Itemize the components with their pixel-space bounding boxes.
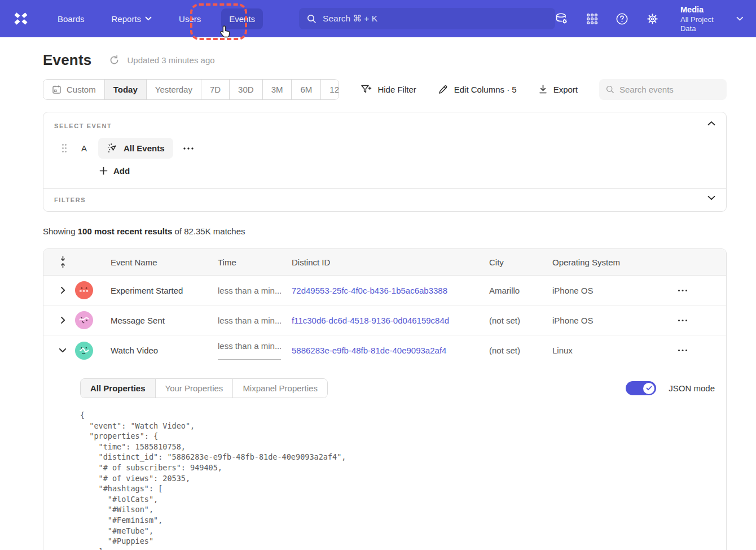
edit-columns-button[interactable]: Edit Columns · 5 (438, 84, 517, 95)
search-events-input[interactable] (619, 85, 720, 94)
export-label: Export (553, 85, 578, 94)
search-icon (307, 14, 317, 24)
event-clause-row: A All Events (54, 138, 715, 159)
chevron-up-icon (707, 121, 715, 126)
time-cell: less than a min... (207, 341, 281, 360)
search-events-field[interactable] (599, 79, 727, 100)
chevron-down-icon (707, 195, 715, 200)
os-cell: iPhone OS (542, 286, 650, 295)
hide-filter-button[interactable]: Hide Filter (361, 84, 416, 95)
date-range-today[interactable]: Today (105, 80, 147, 99)
distinct-id-link[interactable]: f11c30d6-dc6d-4518-9136-0d046159c84d (281, 316, 478, 325)
apps-grid-icon[interactable] (586, 12, 599, 25)
filters-label: FILTERS (54, 197, 715, 203)
results-summary-count: 100 most recent results (78, 226, 173, 236)
column-header-distinct-id[interactable]: Distinct ID (281, 257, 478, 267)
mixpanel-logo-icon[interactable] (11, 10, 30, 27)
download-icon (538, 84, 548, 95)
sparkle-cursor-icon (107, 143, 118, 154)
date-range-custom-label: Custom (67, 85, 96, 94)
select-event-label: SELECT EVENT (54, 123, 715, 129)
city-cell: (not set) (478, 346, 542, 355)
nav-item-reports[interactable]: Reports (105, 9, 159, 29)
column-header-os[interactable]: Operating System (542, 257, 650, 267)
sort-button[interactable] (59, 255, 68, 269)
os-cell: Linux (542, 346, 650, 355)
chevron-right-icon (60, 286, 65, 294)
project-scope: All Project Data (680, 15, 729, 33)
json-mode-label: JSON mode (669, 383, 715, 393)
tab-mixpanel-properties[interactable]: Mixpanel Properties (233, 379, 327, 398)
project-selector[interactable]: Media All Project Data (680, 5, 744, 33)
event-name-cell: Message Sent (100, 316, 207, 325)
time-cell: less than a min... (207, 286, 281, 295)
event-more-options-button[interactable] (183, 147, 194, 150)
pencil-icon (438, 84, 449, 95)
refresh-button[interactable] (109, 55, 120, 66)
event-avatar (75, 342, 93, 360)
event-details-panel: All Properties Your Properties Mixpanel … (43, 365, 726, 550)
row-more-options-button[interactable] (678, 349, 699, 352)
row-more-options-button[interactable] (678, 319, 699, 322)
expand-filters-button[interactable] (707, 195, 715, 200)
export-button[interactable]: Export (538, 84, 578, 95)
properties-tabs: All Properties Your Properties Mixpanel … (80, 378, 328, 398)
nav-item-reports-label: Reports (112, 14, 142, 24)
nav-item-users[interactable]: Users (172, 9, 208, 29)
chevron-right-icon (60, 316, 65, 324)
check-icon (646, 386, 652, 391)
column-header-city[interactable]: City (478, 257, 542, 267)
collapse-row-button[interactable] (57, 348, 68, 353)
results-summary: Showing 100 most recent results of 82.35… (43, 226, 727, 236)
column-header-event-name[interactable]: Event Name (100, 257, 207, 267)
settings-gear-icon[interactable] (646, 12, 659, 25)
expand-row-button[interactable] (57, 286, 68, 294)
filter-icon (361, 84, 372, 95)
global-search-placeholder: Search ⌘ + K (323, 14, 377, 24)
nav-item-events[interactable]: Events (221, 8, 263, 29)
plus-icon (99, 167, 108, 175)
events-table: Event Name Time Distinct ID City Operati… (43, 248, 727, 550)
event-selector-button[interactable]: All Events (98, 138, 173, 159)
table-row-expanded[interactable]: Watch Video less than a min... 5886283e-… (43, 335, 726, 365)
date-range-12m[interactable]: 12M (321, 80, 339, 99)
row-more-options-button[interactable] (678, 289, 699, 292)
results-summary-prefix: Showing (43, 226, 78, 236)
chevron-down-icon (736, 16, 744, 21)
date-range-custom[interactable]: Custom (43, 80, 105, 99)
select-event-section: SELECT EVENT A (43, 112, 726, 188)
table-row[interactable]: Message Sent less than a min... f11c30d6… (43, 305, 726, 335)
event-name-cell: Watch Video (100, 346, 207, 355)
expand-row-button[interactable] (57, 316, 68, 324)
date-range-7d[interactable]: 7D (201, 80, 230, 99)
selected-event-name: All Events (124, 143, 165, 153)
data-management-icon[interactable] (555, 12, 568, 25)
top-navbar: Boards Reports Users Events Search ⌘ + K (0, 0, 756, 37)
collapse-section-button[interactable] (707, 121, 715, 126)
distinct-id-link[interactable]: 72d49553-25fc-4f0c-b436-1b5ac6ab3388 (281, 286, 478, 295)
chevron-down-icon (59, 348, 67, 353)
edit-columns-label: Edit Columns · 5 (454, 85, 517, 94)
global-search-input[interactable]: Search ⌘ + K (299, 8, 555, 29)
table-row[interactable]: Experiment Started less than a min... 72… (43, 276, 726, 305)
clause-letter: A (81, 143, 88, 153)
tab-your-properties[interactable]: Your Properties (156, 379, 234, 398)
date-range-control: Custom Today Yesterday 7D 30D 3M 6M 12M (43, 79, 339, 100)
event-avatar (75, 281, 93, 299)
nav-item-boards[interactable]: Boards (51, 9, 91, 29)
refresh-icon (109, 55, 120, 66)
drag-handle[interactable] (61, 143, 67, 153)
json-mode-toggle[interactable] (626, 381, 656, 395)
distinct-id-link[interactable]: 5886283e-e9fb-48fb-81de-40e9093a2af4 (281, 346, 478, 355)
page-title: Events (43, 51, 91, 69)
date-range-30d[interactable]: 30D (230, 80, 263, 99)
date-range-yesterday[interactable]: Yesterday (147, 80, 201, 99)
table-header-row: Event Name Time Distinct ID City Operati… (43, 249, 726, 276)
tab-all-properties[interactable]: All Properties (81, 379, 156, 398)
date-range-3m[interactable]: 3M (263, 80, 292, 99)
date-range-6m[interactable]: 6M (292, 80, 321, 99)
ellipsis-icon (678, 319, 688, 322)
column-header-time[interactable]: Time (207, 257, 281, 267)
help-icon[interactable] (616, 12, 628, 25)
add-event-button[interactable]: Add (99, 166, 130, 176)
